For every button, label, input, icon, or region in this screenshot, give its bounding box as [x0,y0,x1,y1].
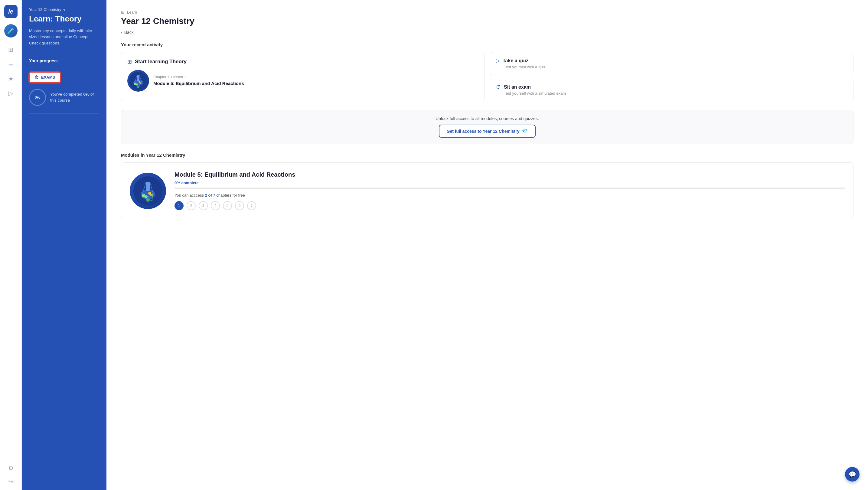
module-card[interactable]: Module 5: Equilibrium and Acid Reactions… [121,162,854,219]
chapter-dot-1[interactable]: 1 [175,201,184,210]
diamond-icon: 💎 [522,128,528,134]
quiz-card-header: ▷ Take a quiz [496,58,847,63]
svg-point-7 [137,86,140,88]
sidebar: Year 12 Chemistry ∨ Learn: Theory Master… [22,0,106,490]
progress-text: You've completed 0% of this course [50,91,99,104]
exams-button-container: ⏱ EXAMS [29,72,99,83]
divider [29,67,99,67]
flask-svg [128,71,148,90]
exam-card-desc: Test yourself with a simulated exam [496,91,847,96]
progress-percent: 0% [35,95,40,99]
side-cards: ▷ Take a quiz Test yourself with a quiz … [490,52,854,101]
activity-grid: ⊞ Start learning Theory [121,52,854,101]
module-flask-svg [133,176,163,206]
chapter-label: Chapter 1, Lesson 1 [153,75,478,79]
app-logo[interactable]: le [4,5,18,18]
access-prefix: You can acccess [175,193,204,197]
main-content: ⊞ Learn Year 12 Chemistry ‹ Back Your re… [106,0,868,490]
play-quiz-icon: ▷ [496,58,500,63]
chapter-dots: 1 2 3 4 5 6 7 [175,201,845,210]
unlock-button[interactable]: Get full access to Year 12 Chemistry 💎 [439,125,536,137]
icon-bar-bottom: ⚙ ↪ [8,465,13,485]
chapter-dot-3[interactable]: 3 [199,201,208,210]
progress-prefix: You've completed [50,92,82,96]
chat-icon: 💬 [849,471,856,478]
access-suffix: chapters for free [216,193,245,197]
chapter-dot-6[interactable]: 6 [235,201,244,210]
avatar[interactable]: 🧪 [4,24,18,37]
module-name: Module 5: Equilibrium and Acid Reactions [153,81,478,87]
back-arrow-icon: ‹ [121,30,123,35]
progress-bold: 0% [83,92,89,96]
module-title: Module 5: Equilibrium and Acid Reactions [175,171,845,178]
module-access-text: You can acccess 2 of 7 chapters for free [175,193,845,197]
progress-section-label: Your progress [29,58,99,63]
course-selector-text: Year 12 Chemistry [29,7,61,12]
unlock-button-label: Get full access to Year 12 Chemistry [447,129,520,134]
module-progress-bar [175,187,845,189]
divider-bottom [29,113,99,114]
icon-bar: le 🧪 ⊞ ☰ ★ ▷ ⚙ ↪ [0,0,22,490]
exam-card-title: Sit an exam [504,84,531,90]
lesson-image [127,70,149,92]
grid-icon[interactable]: ⊞ [8,46,13,53]
svg-rect-10 [146,182,150,191]
back-button[interactable]: ‹ Back [121,30,134,35]
play-icon[interactable]: ▷ [8,90,13,97]
theory-icon: ⊞ [127,58,132,65]
logout-icon[interactable]: ↪ [8,478,13,485]
svg-rect-2 [137,75,140,81]
exams-button[interactable]: ⏱ EXAMS [29,72,61,83]
access-highlight: 2 of 7 [205,193,215,197]
svg-point-4 [138,81,140,83]
module-image [130,173,166,209]
settings-icon[interactable]: ⚙ [8,465,13,472]
course-selector[interactable]: Year 12 Chemistry ∨ [29,7,99,12]
chapter-dot-5[interactable]: 5 [223,201,232,210]
nav-icons: ⊞ ☰ ★ ▷ [8,46,13,97]
sidebar-description: Master key concepts daily with bite-size… [29,28,99,46]
breadcrumb: ⊞ Learn [121,10,854,14]
sit-exam-card[interactable]: ⏱ Sit an exam Test yourself with a simul… [490,79,854,101]
unlock-banner: Unlock full access to all modules, cours… [121,110,854,144]
chapter-dot-4[interactable]: 4 [211,201,220,210]
back-label: Back [124,30,134,35]
exam-card-header: ⏱ Sit an exam [496,84,847,90]
breadcrumb-text: Learn [127,10,137,14]
avatar-icon: 🧪 [7,27,14,34]
module-info: Module 5: Equilibrium and Acid Reactions… [175,171,845,210]
menu-icon[interactable]: ☰ [8,61,13,68]
exams-button-label: EXAMS [41,75,55,80]
module-complete-text: 0% complete [175,181,845,185]
chapter-dot-7[interactable]: 7 [247,201,256,210]
breadcrumb-icon: ⊞ [121,10,125,14]
unlock-text: Unlock full access to all modules, cours… [128,116,846,121]
star-icon[interactable]: ★ [8,75,13,82]
chevron-down-icon: ∨ [63,7,66,12]
modules-section-label: Modules in Year 12 Chemistry [121,152,854,158]
recent-activity-label: Your recent activity [121,42,854,47]
lesson-info: Chapter 1, Lesson 1 Module 5: Equilibriu… [153,75,478,87]
logo-text: le [8,8,13,15]
clock-icon: ⏱ [34,75,39,80]
progress-circle: 0% [29,89,46,106]
chapter-dot-2[interactable]: 2 [187,201,196,210]
chat-button[interactable]: 💬 [845,467,860,482]
quiz-card-desc: Test yourself with a quiz [496,65,847,69]
start-card-title: Start learning Theory [135,59,187,65]
page-title: Year 12 Chemistry [121,16,854,26]
progress-row: 0% You've completed 0% of this course [29,89,99,106]
start-card-header: ⊞ Start learning Theory [127,58,478,65]
exam-clock-icon: ⏱ [496,84,501,90]
start-card-body: Chapter 1, Lesson 1 Module 5: Equilibriu… [127,70,478,92]
quiz-card-title: Take a quiz [503,58,528,63]
sidebar-title: Learn: Theory [29,14,99,24]
start-learning-card[interactable]: ⊞ Start learning Theory [121,52,485,101]
take-quiz-card[interactable]: ▷ Take a quiz Test yourself with a quiz [490,52,854,75]
